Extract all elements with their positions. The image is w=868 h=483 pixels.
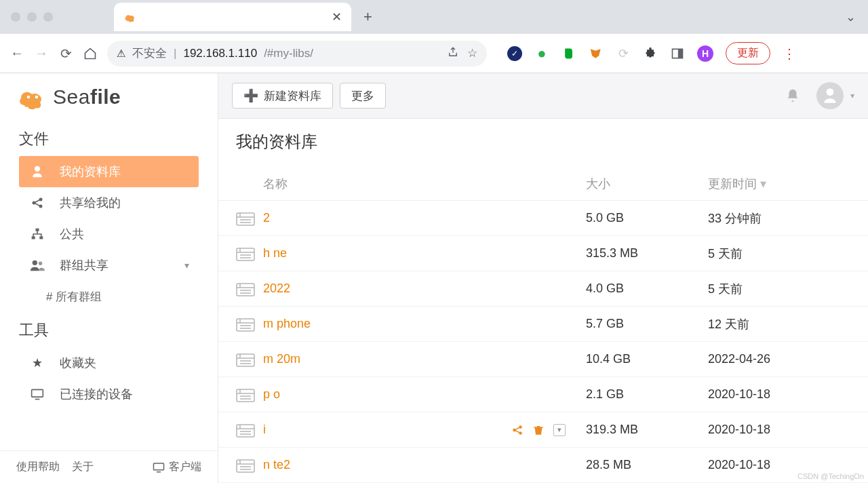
- table-row[interactable]: h ne315.3 MB5 天前: [218, 236, 868, 271]
- tabs-overflow-icon[interactable]: ⌄: [846, 9, 856, 24]
- table-row[interactable]: n te228.5 MB2020-10-18: [218, 448, 868, 483]
- share-page-icon[interactable]: [447, 46, 459, 60]
- library-updated: 12 天前: [708, 316, 850, 332]
- sidebar-item-group-shares[interactable]: 群组共享 ▾: [19, 250, 199, 281]
- security-label: 不安全: [132, 45, 167, 61]
- library-icon: [236, 246, 255, 261]
- library-updated: 2020-10-18: [708, 458, 850, 472]
- library-name[interactable]: p o: [263, 387, 586, 402]
- new-tab-button[interactable]: +: [363, 8, 372, 26]
- dropdown-icon[interactable]: ▾: [553, 424, 566, 436]
- browser-menu-icon[interactable]: ⋮: [783, 45, 796, 62]
- zoom-window-dot[interactable]: [43, 12, 53, 22]
- footer-client-link[interactable]: 客户端: [153, 460, 201, 474]
- url-host: 192.168.1.110: [183, 47, 257, 60]
- back-button[interactable]: ←: [9, 46, 24, 61]
- extensions-menu-icon[interactable]: [643, 46, 658, 61]
- minimize-window-dot[interactable]: [27, 12, 37, 22]
- table-row[interactable]: m phone5.7 GB12 天前: [218, 307, 868, 342]
- sidebar-item-all-groups[interactable]: # 所有群组: [19, 281, 199, 312]
- profile-avatar-icon[interactable]: H: [697, 45, 713, 62]
- extension-metamask-icon[interactable]: [589, 46, 604, 61]
- extension-shield-icon[interactable]: ✓: [507, 46, 522, 61]
- svg-point-10: [33, 260, 37, 265]
- update-browser-button[interactable]: 更新: [726, 42, 770, 64]
- browser-tab[interactable]: ✕: [114, 3, 351, 31]
- sidebar-item-public[interactable]: 公共: [19, 218, 199, 250]
- library-icon: [236, 282, 255, 296]
- sidebar-section-tools: 工具: [0, 316, 218, 342]
- sidebar-item-label: 公共: [60, 226, 84, 242]
- library-name[interactable]: m 20m: [263, 352, 586, 366]
- library-icon: [236, 458, 255, 473]
- close-tab-icon[interactable]: ✕: [332, 9, 342, 24]
- reload-button[interactable]: ⟳: [58, 46, 73, 61]
- table-row[interactable]: m 20m10.4 GB2022-04-26: [218, 342, 868, 377]
- library-name[interactable]: i: [263, 423, 511, 437]
- window-controls: [11, 12, 53, 22]
- button-label: 更多: [351, 88, 374, 104]
- library-size: 2.1 GB: [586, 387, 708, 402]
- extensions-row: ✓ ● ⟳ H 更新 ⋮: [507, 42, 796, 64]
- button-label: 新建资料库: [264, 88, 321, 104]
- notifications-icon[interactable]: [785, 88, 800, 104]
- close-window-dot[interactable]: [11, 12, 20, 22]
- extension-evernote-icon[interactable]: [561, 46, 576, 61]
- svg-point-3: [35, 96, 39, 99]
- column-header-size[interactable]: 大小: [586, 176, 708, 192]
- tab-strip: ✕ + ⌄: [0, 0, 868, 34]
- page-title: 我的资料库: [218, 119, 868, 166]
- more-button[interactable]: 更多: [340, 83, 386, 109]
- svg-rect-19: [237, 389, 254, 402]
- chevron-down-icon[interactable]: ▾: [850, 91, 854, 100]
- sidebar-item-favorites[interactable]: ★ 收藏夹: [19, 347, 199, 379]
- browser-chrome: ✕ + ⌄ ← → ⟳ ⚠ 不安全 | 192.168.1.110/#my-li…: [0, 0, 868, 73]
- bookmark-star-icon[interactable]: ☆: [467, 46, 477, 60]
- extension-panel-icon[interactable]: [670, 46, 685, 61]
- library-name[interactable]: m phone: [263, 317, 586, 331]
- footer-about-link[interactable]: 关于: [72, 460, 94, 474]
- extension-sync-icon[interactable]: ⟳: [616, 46, 631, 61]
- column-header-time[interactable]: 更新时间 ▾: [708, 176, 850, 192]
- library-icon: [236, 423, 255, 438]
- library-name[interactable]: h ne: [263, 246, 586, 260]
- share-icon[interactable]: [511, 424, 524, 436]
- sidebar-footer: 使用帮助 关于 客户端: [0, 450, 218, 483]
- libraries-table: 名称 大小 更新时间 ▾ 25.0 GB33 分钟前h ne315.3 MB5 …: [218, 166, 868, 483]
- library-updated: 2022-04-26: [708, 352, 850, 366]
- new-library-button[interactable]: ➕ 新建资料库: [232, 83, 333, 109]
- library-name[interactable]: n te2: [263, 458, 586, 472]
- logo[interactable]: Seafile: [0, 73, 218, 121]
- table-row[interactable]: i▾319.3 MB2020-10-18: [218, 412, 868, 448]
- table-row[interactable]: 25.0 GB33 分钟前: [218, 201, 868, 236]
- row-actions: ▾: [511, 424, 566, 436]
- sidebar-item-shared-with-me[interactable]: 共享给我的: [19, 187, 199, 218]
- trash-icon[interactable]: [533, 424, 544, 436]
- plus-icon: ➕: [243, 88, 258, 103]
- user-avatar[interactable]: [816, 82, 844, 109]
- sidebar-item-label: 我的资料库: [60, 163, 121, 180]
- home-button[interactable]: [83, 46, 98, 61]
- column-header-name[interactable]: 名称: [236, 176, 586, 192]
- library-icon: [236, 317, 255, 332]
- star-icon: ★: [28, 355, 46, 370]
- sidebar-section-files: 文件: [0, 125, 218, 151]
- sidebar-item-my-libraries[interactable]: 我的资料库: [19, 156, 199, 187]
- table-row[interactable]: p o2.1 GB2020-10-18: [218, 377, 868, 412]
- monitor-icon: [153, 462, 165, 473]
- sidebar-item-label: 收藏夹: [60, 355, 96, 371]
- library-size: 5.7 GB: [586, 317, 708, 331]
- footer-help-link[interactable]: 使用帮助: [16, 460, 60, 474]
- library-name[interactable]: 2022: [263, 282, 586, 296]
- url-separator: |: [174, 47, 176, 60]
- table-row[interactable]: 20224.0 GB5 天前: [218, 271, 868, 307]
- library-size: 28.5 MB: [586, 458, 708, 472]
- library-updated: 33 分钟前: [708, 210, 850, 227]
- sidebar-item-devices[interactable]: 已连接的设备: [19, 379, 199, 410]
- svg-rect-15: [237, 248, 254, 260]
- extension-green-dot-icon[interactable]: ●: [534, 46, 549, 61]
- address-bar[interactable]: ⚠ 不安全 | 192.168.1.110/#my-libs/ ☆: [107, 41, 487, 66]
- forward-button[interactable]: →: [34, 46, 49, 61]
- table-header: 名称 大小 更新时间 ▾: [218, 166, 868, 201]
- library-name[interactable]: 2: [263, 211, 586, 225]
